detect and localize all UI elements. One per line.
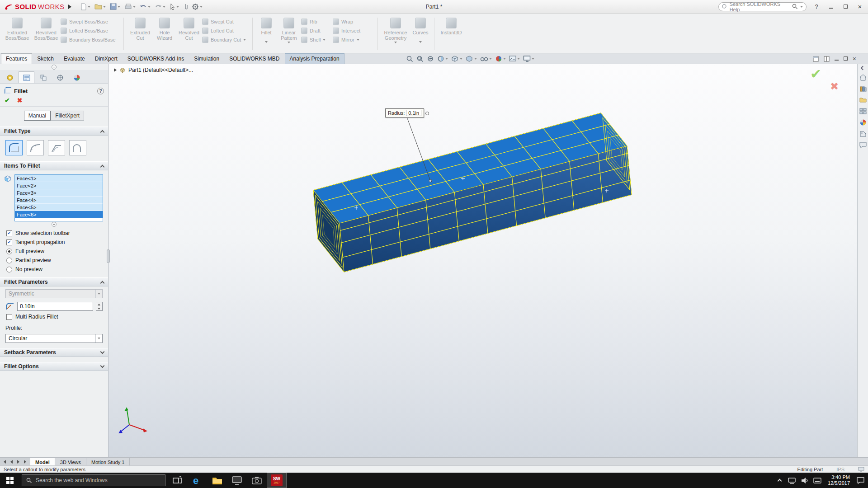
rib-button[interactable]: Rib [301, 19, 317, 25]
doc-restore-button[interactable] [844, 56, 848, 62]
app-icon-monitor[interactable] [227, 473, 247, 488]
constant-size-fillet-button[interactable] [5, 140, 23, 155]
radius-value-field[interactable] [17, 302, 93, 311]
save-button[interactable] [108, 2, 122, 11]
edit-appearance-icon[interactable] [495, 55, 506, 62]
status-display-icon[interactable] [858, 467, 864, 472]
options-button[interactable] [190, 2, 204, 11]
tab-features[interactable]: Features [1, 53, 32, 64]
fillet-options-section-header[interactable]: Fillet Options [0, 362, 108, 371]
face-list-item[interactable]: Face<4> [15, 197, 103, 204]
solidworks-taskbar-icon[interactable]: SW2017 [267, 473, 287, 488]
reference-geometry-button[interactable]: Reference Geometry [381, 15, 410, 53]
fillet-type-section-header[interactable]: Fillet Type [0, 127, 108, 136]
taskbar-search-box[interactable]: Search the web and Windows [22, 474, 165, 486]
tab-dimxpert[interactable]: DimXpert [90, 53, 123, 64]
face-list-item[interactable]: Face<2> [15, 182, 103, 189]
app-maximize-button[interactable] [841, 3, 850, 11]
model-tab[interactable]: Model [30, 458, 55, 465]
manual-mode-button[interactable]: Manual [24, 111, 51, 121]
boundary-cut-button[interactable]: Boundary Cut [202, 37, 246, 43]
wrap-button[interactable]: Wrap [333, 19, 353, 25]
open-document-button[interactable] [93, 2, 107, 11]
mirror-button[interactable]: Mirror [333, 37, 359, 43]
volume-icon[interactable] [799, 477, 811, 484]
property-manager-tab[interactable] [19, 71, 34, 83]
instant3d-button[interactable]: Instant3D [438, 15, 465, 53]
edge-browser-icon[interactable]: e [187, 473, 207, 488]
hide-show-items-icon[interactable] [480, 55, 492, 62]
face-list-item-selected[interactable]: Face<6> [15, 211, 103, 218]
tab-analysis-preparation[interactable]: Analysis Preparation [285, 53, 344, 64]
shell-button[interactable]: Shell [301, 37, 326, 43]
faces-to-fillet-list[interactable]: Face<1> Face<2> Face<3> Face<4> Face<5> … [14, 174, 103, 221]
radius-callout[interactable]: Radius: 0.1in [385, 108, 424, 117]
pm-ok-button[interactable]: ✔ [5, 97, 10, 104]
tab-addins[interactable]: SOLIDWORKS Add-Ins [123, 53, 189, 64]
feature-tree-flyout[interactable]: Part1 (Default<<Default>... [114, 67, 193, 73]
search-dropdown-icon[interactable] [800, 6, 803, 8]
select-tool-button[interactable] [168, 2, 180, 11]
pm-cancel-button[interactable]: ✖ [17, 97, 23, 104]
task-pane-expand-icon[interactable] [861, 66, 865, 70]
face-fillet-button[interactable] [48, 140, 65, 155]
scroll-right-icon[interactable] [15, 459, 21, 465]
configuration-manager-tab[interactable] [35, 71, 51, 83]
hole-wizard-button[interactable]: Hole Wizard [153, 15, 176, 53]
revolved-boss-button[interactable]: Revolved Boss/Base [32, 15, 61, 53]
callout-value-field[interactable]: 0.1in [406, 110, 421, 116]
extruded-cut-button[interactable]: Extruded Cut [127, 15, 153, 53]
confirm-ok-button[interactable]: ✔ [810, 66, 821, 82]
panel-splitter-handle[interactable] [107, 249, 110, 263]
print-button[interactable] [123, 2, 137, 11]
scroll-left-icon[interactable] [9, 459, 14, 465]
lofted-boss-button[interactable]: Lofted Boss/Base [61, 28, 108, 34]
variable-size-fillet-button[interactable] [27, 140, 44, 155]
profile-dropdown[interactable]: Circular [5, 334, 103, 343]
partial-preview-radio-row[interactable]: Partial preview [0, 254, 108, 263]
new-document-button[interactable] [79, 2, 92, 11]
scroll-first-icon[interactable] [2, 459, 8, 465]
draft-button[interactable]: Draft [301, 28, 321, 34]
app-minimize-button[interactable] [826, 3, 835, 11]
redo-button[interactable] [153, 3, 167, 11]
doc-minimize-button[interactable] [835, 56, 839, 62]
search-icon[interactable] [792, 4, 798, 9]
boundary-boss-button[interactable]: Boundary Boss/Base [61, 37, 116, 43]
linear-pattern-button[interactable]: Linear Pattern [277, 15, 301, 53]
task-view-button[interactable] [167, 473, 187, 488]
full-preview-radio-row[interactable]: Full preview [0, 245, 108, 254]
section-view-icon[interactable] [437, 55, 448, 62]
intersect-button[interactable]: Intersect [333, 28, 360, 34]
panel-collapse-handle[interactable] [0, 64, 108, 70]
tangent-propagation-row[interactable]: ✔Tangent propagation [0, 236, 108, 245]
tray-expand-icon[interactable] [774, 478, 785, 483]
face-list-item[interactable]: Face<1> [15, 175, 103, 182]
file-explorer-icon[interactable] [207, 473, 227, 488]
help-search-box[interactable]: Search SOLIDWORKS Help [718, 2, 807, 11]
display-style-icon[interactable] [466, 55, 477, 62]
graphics-viewport[interactable]: Part1 (Default<<Default>... Radius: 0.1i… [108, 64, 857, 457]
dimxpert-manager-tab[interactable] [52, 71, 68, 83]
lofted-cut-button[interactable]: Lofted Cut [202, 28, 234, 34]
pm-help-icon[interactable]: ? [97, 88, 104, 94]
full-round-fillet-button[interactable] [69, 140, 86, 155]
appearances-icon[interactable] [859, 119, 867, 126]
doc-close-button[interactable]: × [853, 55, 856, 62]
fillet-button[interactable]: Fillet [256, 15, 277, 53]
tab-simulation[interactable]: Simulation [189, 53, 224, 64]
show-selection-toolbar-row[interactable]: ✔Show selection toolbar [0, 227, 108, 236]
network-icon[interactable] [786, 477, 798, 484]
filletxpert-mode-button[interactable]: FilletXpert [51, 111, 84, 121]
app-close-button[interactable]: × [855, 3, 864, 11]
tab-mbd[interactable]: SOLIDWORKS MBD [224, 53, 284, 64]
feature-manager-tab[interactable] [2, 71, 18, 83]
view-settings-icon[interactable] [523, 55, 534, 62]
design-library-icon[interactable] [859, 85, 867, 92]
confirm-cancel-button[interactable]: ✖ [830, 80, 839, 93]
zoom-to-area-icon[interactable] [416, 55, 424, 62]
extruded-boss-button[interactable]: Extruded Boss/Base [3, 15, 32, 53]
scroll-last-icon[interactable] [22, 459, 28, 465]
forum-icon[interactable] [859, 142, 867, 148]
new-window-icon[interactable] [813, 56, 819, 62]
